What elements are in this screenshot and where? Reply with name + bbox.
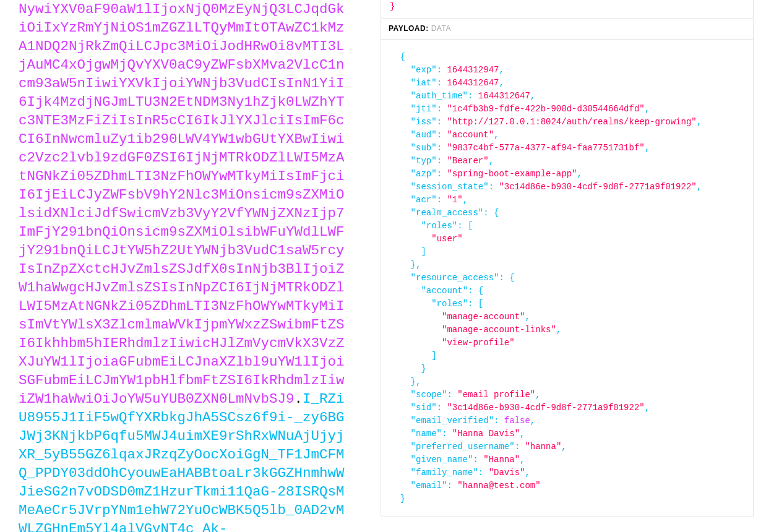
json-line: "roles": [ [390,298,744,311]
json-line: "auth_time": 1644312647, [390,90,744,103]
json-line: "account": { [390,285,744,298]
payload-panel-header: PAYLOAD: DATA [381,18,753,40]
json-line: "aud": "account", [390,129,744,142]
json-line: } [390,363,744,375]
json-line: "given_name": "Hanna", [390,453,744,466]
json-line: "iss": "http://127.0.0.1:8024/auth/realm… [390,116,744,129]
token-signature-segment: I_RZiU8955J1IiF5wQfYXRbkgJhA5SCsz6f9i-_z… [19,391,345,532]
json-line: "jti": "1c4fb3b9-fdfe-422b-900d-d3054466… [390,103,744,116]
json-line: }, [390,259,744,272]
decoded-panel: } PAYLOAD: DATA { "exp": 1644312947, "ia… [371,0,766,532]
json-line: ] [390,350,744,363]
json-line: "iat": 1644312647, [390,77,744,90]
payload-panel: PAYLOAD: DATA { "exp": 1644312947, "iat"… [381,18,754,517]
json-line: "scope": "email profile", [390,388,744,401]
json-line: "view-profile" [390,337,744,350]
json-line: "roles": [ [390,220,744,233]
json-line: "manage-account-links", [390,324,744,337]
payload-json-body[interactable]: { "exp": 1644312947, "iat": 1644312647, … [381,40,753,517]
json-line: "email_verified": false, [390,414,744,427]
token-separator-dot: . [295,391,303,407]
json-line: "sub": "9837c4bf-577a-4377-af94-faa77517… [390,142,744,155]
json-line: } [390,492,744,505]
json-line: "session_state": "3c14d86e-b930-4cdf-9d8… [390,181,744,194]
json-line: "user" [390,233,744,246]
json-line: "realm_access": { [390,207,744,220]
json-line: { [390,51,744,64]
json-line: "family_name": "Davis", [390,466,744,479]
json-line: "manage-account", [390,311,744,324]
payload-header-label: PAYLOAD: [389,24,429,33]
json-line: "azp": "spring-boot-example-app", [390,168,744,181]
json-line: "sid": "3c14d86e-b930-4cdf-9d8f-2771a9f0… [390,401,744,414]
token-payload-segment: NywiYXV0aF90aW1lIjoxNjQ0MzEyNjQ3LCJqdGki… [19,1,345,407]
json-close-brace: } [390,1,395,11]
json-line: "preferred_username": "hanna", [390,440,744,453]
jwt-debugger-view: NywiYXV0aF90aW1lIjoxNjQ0MzEyNjQ3LCJqdGki… [0,0,766,532]
header-panel-remnant: } [381,0,754,19]
json-line: "typ": "Bearer", [390,155,744,168]
json-line: "name": "Hanna Davis", [390,427,744,440]
json-line: ] [390,246,744,259]
json-line: "acr": "1", [390,194,744,207]
encoded-token-textarea[interactable]: NywiYXV0aF90aW1lIjoxNjQ0MzEyNjQ3LCJqdGki… [19,0,353,532]
json-line: "email": "hanna@test.com" [390,479,744,492]
header-json-fragment: } [381,0,753,18]
payload-header-sub: DATA [431,24,451,33]
encoded-token-panel: NywiYXV0aF90aW1lIjoxNjQ0MzEyNjQ3LCJqdGki… [0,0,371,532]
json-line: }, [390,375,744,388]
json-line: "exp": 1644312947, [390,64,744,77]
json-line: "resource_access": { [390,272,744,285]
